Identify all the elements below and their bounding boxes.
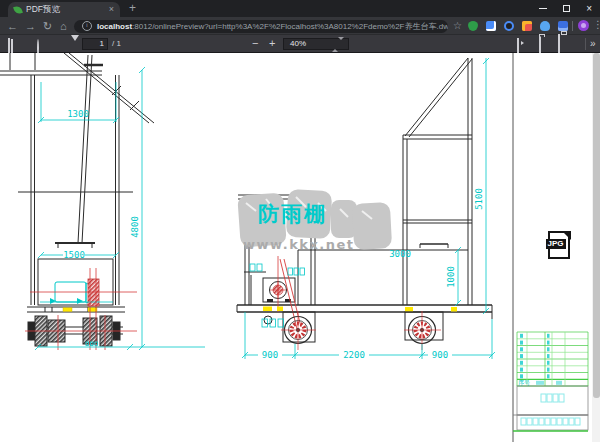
extensions-divider: [572, 21, 573, 31]
page-total-label: / 1: [112, 35, 121, 53]
print-icon[interactable]: [558, 35, 560, 53]
dim-1500: 1500: [63, 250, 85, 260]
window-controls: ×: [539, 0, 592, 17]
zoom-dropdown-carets-icon: [332, 40, 344, 50]
browser-menu-icon[interactable]: ⋮: [593, 19, 600, 30]
url-host: localhost: [97, 22, 132, 31]
url-omnibox[interactable]: localhost:8012/onlinePreview?url=http%3A…: [74, 20, 448, 33]
new-tab-button[interactable]: +: [129, 1, 136, 16]
dim-2200: 2200: [343, 350, 365, 360]
page-number-input[interactable]: [82, 38, 108, 50]
pdf-toolbar: / 1 − + 40% »: [0, 35, 600, 53]
front-view-motor: [40, 279, 113, 306]
extension-blue-square-icon[interactable]: [486, 21, 496, 31]
tab-strip: PDF预览 × + ×: [0, 0, 600, 17]
zoom-value: 40%: [290, 39, 306, 48]
browser-window: PDF预览 × + × ← → ↻ ⌂ localhost:8012/onlin…: [0, 0, 600, 442]
zoom-select[interactable]: 40%: [283, 38, 349, 50]
jpg-label: JPG: [546, 239, 566, 249]
pdf-page-canvas: 1300 1500 4800: [0, 53, 592, 442]
jpg-preview-button[interactable]: JPG: [546, 229, 576, 263]
tab-title: PDF预览: [26, 4, 105, 16]
site-info-icon[interactable]: [82, 21, 92, 31]
tab-pdf-preview[interactable]: PDF预览 ×: [8, 2, 120, 17]
extension-circle-icon[interactable]: [504, 21, 514, 31]
more-tools-icon[interactable]: »: [590, 35, 596, 52]
dim-4800: 4800: [130, 216, 140, 238]
side-view-wheel-rear: [281, 311, 316, 350]
leaf-favicon-icon: [13, 5, 23, 15]
extension-cloud-icon[interactable]: [540, 21, 550, 31]
zoom-out-button[interactable]: −: [252, 35, 258, 51]
dim-5100: 5100: [474, 188, 484, 210]
dim-1300: 1300: [67, 109, 89, 119]
home-icon[interactable]: ⌂: [60, 19, 67, 33]
bookmark-star-icon[interactable]: ☆: [453, 20, 462, 31]
toolbar-divider: [585, 38, 586, 50]
extension-shield-icon[interactable]: [468, 21, 478, 31]
vertical-scrollbar-thumb[interactable]: [593, 53, 600, 398]
url-path: :8012/onlinePreview?url=http%3A%2F%2Floc…: [132, 22, 448, 31]
watermark-url: www.kkx.net: [243, 237, 355, 252]
dim-1000: 1000: [446, 266, 456, 288]
label-rain-shelter: 防雨棚: [258, 202, 327, 226]
extension-grid-icon[interactable]: [522, 21, 532, 31]
maximize-button[interactable]: [563, 5, 570, 12]
front-view-dimensions: [35, 67, 205, 350]
side-view-wheel-front: [404, 311, 443, 350]
close-window-button[interactable]: ×: [586, 4, 592, 14]
reload-icon[interactable]: ↻: [43, 19, 52, 33]
zoom-in-button[interactable]: +: [269, 35, 275, 51]
address-bar: ← → ↻ ⌂ localhost:8012/onlinePreview?url…: [0, 17, 600, 35]
back-icon[interactable]: ←: [7, 19, 18, 33]
dim-3000: 3000: [389, 249, 411, 259]
dim-900-right: 900: [432, 350, 448, 360]
title-block-col-header: 序号: [518, 379, 530, 386]
extension-bookmark-icon[interactable]: [558, 21, 568, 31]
url-text: localhost:8012/onlinePreview?url=http%3A…: [97, 21, 448, 32]
minimize-button[interactable]: [539, 8, 547, 9]
forward-icon[interactable]: →: [25, 19, 36, 33]
cad-drawing: 1300 1500 4800: [0, 53, 592, 442]
tab-close-icon[interactable]: ×: [109, 5, 114, 14]
side-view-tiny-labels: [250, 264, 305, 327]
dim-900-left: 900: [262, 350, 278, 360]
profile-avatar[interactable]: [578, 20, 589, 31]
file-page-icon: JPG: [548, 231, 570, 259]
